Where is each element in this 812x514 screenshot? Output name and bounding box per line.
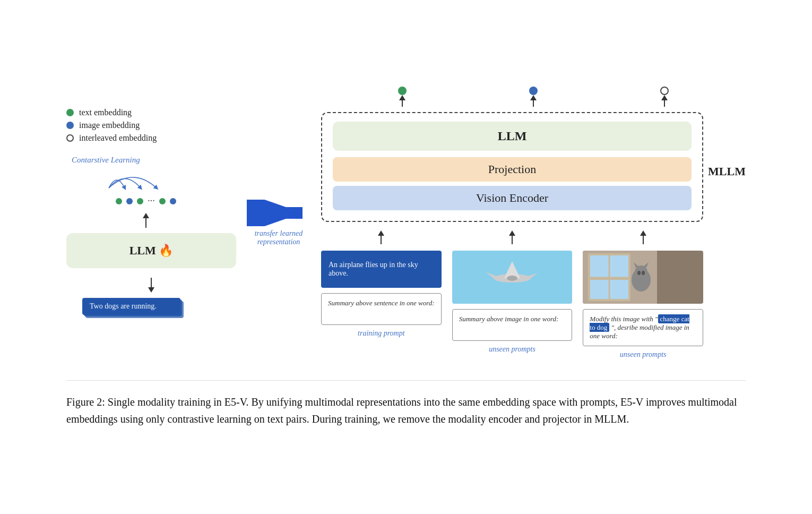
top-dot-green xyxy=(398,87,407,108)
output-dot-blue xyxy=(529,87,538,95)
training-prompt-label: training prompt xyxy=(358,329,405,338)
transfer-label: transfer learnedrepresentation xyxy=(255,229,303,246)
output-dot-green xyxy=(398,87,407,95)
dots-ellipsis: ··· xyxy=(148,195,155,207)
arrow-up-left xyxy=(66,213,226,229)
input-col-text: An airplane flies up in the sky above. S… xyxy=(321,230,442,359)
svg-point-19 xyxy=(507,276,517,281)
svg-point-33 xyxy=(642,271,645,275)
llm-box-left: LLM 🔥 xyxy=(66,233,236,268)
page-container: text embedding image embedding interleav… xyxy=(34,65,778,449)
svg-marker-6 xyxy=(399,95,405,100)
top-dot-blue xyxy=(529,87,538,108)
dashed-box: LLM Projection Vision Encoder xyxy=(321,112,703,222)
legend: text embedding image embedding interleav… xyxy=(66,108,157,143)
svg-marker-12 xyxy=(378,230,384,236)
legend-item-interleaved: interleaved embedding xyxy=(66,133,157,143)
legend-item-image: image embedding xyxy=(66,121,157,130)
window-svg xyxy=(583,251,657,304)
legend-item-text: text embedding xyxy=(66,108,157,117)
svg-marker-21 xyxy=(640,230,646,236)
unseen-prompts-label-col3: unseen prompts xyxy=(620,350,667,359)
contrastive-label: Contarstive Learning xyxy=(72,156,226,165)
prompt-box-col1: Summary above sentence in one word: xyxy=(321,293,442,325)
contrastive-arcs xyxy=(66,167,226,193)
svg-point-32 xyxy=(637,271,641,275)
prompt-text-col1: Summary above sentence in one word: xyxy=(328,299,435,307)
dashed-box-wrapper: MLLM LLM Projection Vision Encoder xyxy=(321,112,746,230)
arrow-up-top-blue xyxy=(529,95,538,108)
prompt-box-col3: Modify this image with "change cat to do… xyxy=(583,309,703,346)
text-card-front: Two dogs are running. xyxy=(82,298,180,315)
output-dot-empty xyxy=(660,87,669,95)
dot-blue xyxy=(66,122,74,129)
input-col-window: Modify this image with "change cat to do… xyxy=(583,230,703,359)
llm-box-right: LLM xyxy=(333,122,692,151)
dot-green xyxy=(66,109,74,116)
arrow-up-top-empty xyxy=(660,95,669,108)
arrow-up-top-green xyxy=(398,95,407,108)
svg-marker-10 xyxy=(661,95,668,100)
right-panel: MLLM LLM Projection Vision Encoder xyxy=(321,87,746,359)
bottom-inputs: An airplane flies up in the sky above. S… xyxy=(321,230,703,359)
dot-blue-2 xyxy=(170,198,176,204)
arrow-col1-svg xyxy=(377,230,385,245)
airplane-image xyxy=(452,251,573,304)
dots-row: ··· xyxy=(66,195,226,207)
dot-green-2 xyxy=(137,198,143,204)
prompt-box-col2: Summary above image in one word: xyxy=(452,309,573,341)
arrow-up-col1 xyxy=(377,230,385,247)
svg-marker-14 xyxy=(509,230,515,236)
dot-green-1 xyxy=(116,198,122,204)
figure-caption: Figure 2: Single modality training in E5… xyxy=(66,380,746,427)
svg-point-29 xyxy=(635,265,647,278)
prompt-text-col2: Summary above image in one word: xyxy=(459,315,559,323)
arrow-col3-svg xyxy=(639,230,647,245)
contrastive-section: Contarstive Learning xyxy=(66,156,226,233)
svg-marker-1 xyxy=(143,213,149,218)
svg-marker-17 xyxy=(486,272,496,280)
left-panel: text embedding image embedding interleav… xyxy=(66,108,236,338)
arrow-down-svg xyxy=(146,277,157,293)
projection-box: Projection xyxy=(333,157,692,182)
arrow-up-svg xyxy=(141,213,151,229)
arrow-up-col2 xyxy=(508,230,516,247)
top-dots-row xyxy=(321,87,746,108)
unseen-prompts-label-col2: unseen prompts xyxy=(489,345,535,354)
legend-text-label: text embedding xyxy=(79,108,132,117)
arrow-up-col3 xyxy=(639,230,647,247)
window-image xyxy=(583,251,703,304)
legend-interleaved-label: interleaved embedding xyxy=(79,133,157,143)
dot-empty xyxy=(66,134,74,142)
dot-green-3 xyxy=(159,198,166,204)
mllm-label: MLLM xyxy=(708,165,751,178)
legend-image-label: image embedding xyxy=(79,121,140,130)
diagram-area: text embedding image embedding interleav… xyxy=(66,87,746,359)
arrow-down-left xyxy=(66,277,236,293)
prompt-text-col3-before: Modify this image with " xyxy=(590,315,658,323)
text-cards: Two dogs are running. Two dogs are runni… xyxy=(82,298,188,338)
text-input-box: An airplane flies up in the sky above. xyxy=(321,251,442,288)
airplane-svg xyxy=(480,256,544,298)
svg-marker-8 xyxy=(530,95,537,100)
dot-blue-1 xyxy=(126,198,133,204)
vision-encoder-box: Vision Encoder xyxy=(333,186,692,210)
big-arrow-svg xyxy=(247,200,310,226)
svg-marker-3 xyxy=(148,287,154,293)
middle-arrow: transfer learnedrepresentation xyxy=(236,200,321,246)
top-dot-empty xyxy=(660,87,669,108)
arrow-col2-svg xyxy=(508,230,516,245)
arcs-svg xyxy=(93,167,199,193)
input-col-image: Summary above image in one word: unseen … xyxy=(452,230,573,359)
